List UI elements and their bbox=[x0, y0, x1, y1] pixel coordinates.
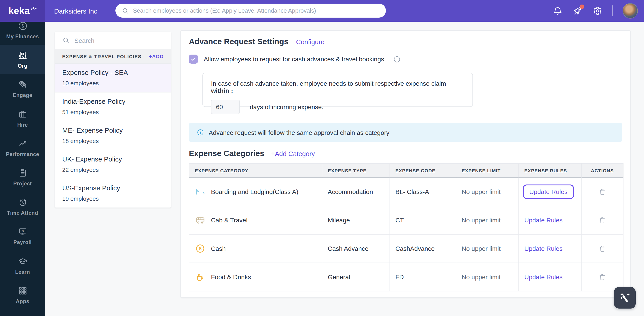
org-icon bbox=[17, 50, 28, 61]
hire-icon bbox=[17, 109, 28, 119]
allow-advance-label: Allow employees to request for cash adva… bbox=[204, 56, 386, 63]
payroll-icon: $ bbox=[17, 227, 28, 237]
ai-assistant-button[interactable] bbox=[614, 287, 636, 308]
magic-wand-icon bbox=[618, 291, 632, 304]
categories-title: Expense Categories bbox=[189, 149, 264, 158]
sidebar-item[interactable]: $ My Finances bbox=[0, 22, 45, 45]
policy-employee-count: 10 employees bbox=[62, 80, 164, 87]
svg-text:$: $ bbox=[22, 229, 24, 233]
policies-panel: EXPENSE & TRAVEL POLICIES +ADD Expense P… bbox=[54, 32, 171, 208]
update-rules-link[interactable]: Update Rules bbox=[524, 216, 563, 224]
allow-advance-checkbox[interactable] bbox=[189, 55, 198, 64]
topbar-divider bbox=[612, 6, 612, 16]
policy-list-item[interactable]: UK- Expense Policy 22 employees bbox=[55, 150, 171, 179]
add-policy-button[interactable]: +ADD bbox=[149, 54, 164, 59]
bell-icon[interactable] bbox=[552, 6, 562, 16]
banner-text: Advance request will follow the same app… bbox=[209, 129, 390, 136]
col-expense-limit: EXPENSE LIMIT bbox=[456, 163, 519, 178]
svg-text:$: $ bbox=[199, 246, 202, 251]
col-expense-type: EXPENSE TYPE bbox=[322, 163, 390, 178]
expense-limit-cell: No upper limit bbox=[462, 245, 501, 252]
gear-icon[interactable] bbox=[592, 6, 602, 16]
sidebar-item[interactable]: Engage bbox=[0, 74, 45, 104]
svg-text:$: $ bbox=[21, 24, 24, 29]
policy-list-item[interactable]: Expense Policy - SEA 10 employees bbox=[55, 64, 171, 93]
search-icon bbox=[62, 37, 70, 44]
expense-code-cell: FD bbox=[390, 263, 456, 291]
category-table-row: Food & Drinks General FD No upper limit … bbox=[189, 263, 622, 291]
learn-icon bbox=[17, 256, 28, 266]
policy-employee-count: 22 employees bbox=[62, 166, 164, 173]
rocket-icon[interactable] bbox=[572, 6, 582, 16]
sidebar-item[interactable]: Performance bbox=[0, 133, 45, 162]
category-table-row: Boarding and Lodging(Class A) Accommodat… bbox=[189, 178, 622, 206]
time-icon bbox=[17, 197, 28, 207]
policies-section-title: EXPENSE & TRAVEL POLICIES bbox=[62, 54, 142, 59]
sidebar-item[interactable]: Project bbox=[0, 162, 45, 192]
expense-type-cell: General bbox=[322, 263, 390, 291]
brand-text: keka bbox=[8, 6, 30, 16]
trash-icon[interactable] bbox=[598, 216, 606, 224]
engage-icon bbox=[17, 80, 28, 90]
categories-table: EXPENSE CATEGORY EXPENSE TYPE EXPENSE CO… bbox=[189, 163, 622, 291]
bed-icon bbox=[195, 186, 206, 197]
avatar[interactable] bbox=[622, 3, 638, 19]
expense-type-cell: Cash Advance bbox=[322, 235, 390, 263]
claim-period-box: In case of cash advance taken, employee … bbox=[202, 73, 473, 107]
expense-limit-cell: No upper limit bbox=[462, 216, 501, 224]
info-icon[interactable] bbox=[393, 55, 401, 63]
policy-name: UK- Expense Policy bbox=[62, 155, 164, 163]
notification-dot bbox=[580, 5, 584, 9]
trash-icon[interactable] bbox=[598, 187, 606, 196]
expense-code-cell: BL- Class-A bbox=[390, 178, 456, 206]
van-icon bbox=[195, 215, 206, 225]
expense-limit-cell: No upper limit bbox=[462, 273, 501, 280]
policies-search bbox=[55, 32, 171, 49]
category-name: Boarding and Lodging(Class A) bbox=[211, 188, 298, 195]
sidebar-item[interactable]: Learn bbox=[0, 251, 45, 280]
update-rules-link[interactable]: Update Rules bbox=[523, 184, 574, 199]
policy-list-item[interactable]: US-Expense Policy 19 employees bbox=[55, 179, 171, 207]
project-icon bbox=[17, 168, 28, 178]
update-rules-link[interactable]: Update Rules bbox=[524, 273, 563, 280]
expense-limit-cell: No upper limit bbox=[462, 188, 501, 195]
policy-name: India-Expense Policy bbox=[62, 97, 164, 105]
expense-code-cell: CT bbox=[390, 206, 456, 235]
policy-name: US-Expense Policy bbox=[62, 184, 164, 192]
category-name: Cab & Travel bbox=[211, 216, 248, 224]
days-suffix: days of incurring expense. bbox=[250, 103, 324, 111]
info-icon-blue bbox=[196, 129, 204, 136]
claim-text-bold: within : bbox=[211, 87, 233, 94]
global-search-input[interactable] bbox=[133, 7, 380, 14]
policy-list-item[interactable]: India-Expense Policy 51 employees bbox=[55, 93, 171, 121]
mug-icon bbox=[195, 271, 206, 282]
update-rules-link[interactable]: Update Rules bbox=[524, 245, 563, 252]
finance-icon: $ bbox=[17, 22, 28, 31]
days-input[interactable] bbox=[211, 100, 240, 114]
policy-list-item[interactable]: ME- Expense Policy 18 employees bbox=[55, 121, 171, 150]
company-name: Darksiders Inc bbox=[54, 7, 98, 15]
sidebar-item[interactable]: Hire bbox=[0, 104, 45, 133]
sidebar-item[interactable]: Apps bbox=[0, 280, 45, 309]
trash-icon[interactable] bbox=[598, 244, 606, 253]
check-icon bbox=[190, 56, 196, 62]
sidebar-item[interactable]: Org bbox=[0, 45, 45, 74]
col-expense-rules: EXPENSE RULES bbox=[519, 163, 582, 178]
content-area: EXPENSE & TRAVEL POLICIES +ADD Expense P… bbox=[45, 22, 644, 316]
apps-icon bbox=[17, 285, 28, 296]
category-table-row: $ Cash Cash Advance CashAdvance No upper… bbox=[189, 235, 622, 263]
sidebar: $ My Finances Org Engage Hire Performanc… bbox=[0, 22, 45, 316]
keka-logo[interactable]: keka bbox=[0, 0, 45, 22]
policy-name: Expense Policy - SEA bbox=[62, 69, 164, 76]
sidebar-item[interactable]: $ Payroll bbox=[0, 221, 45, 251]
configure-link[interactable]: Configure bbox=[296, 38, 324, 46]
add-category-link[interactable]: +Add Category bbox=[271, 150, 315, 157]
approval-info-banner: Advance request will follow the same app… bbox=[189, 123, 622, 142]
col-actions: ACTIONS bbox=[582, 163, 624, 178]
sidebar-item[interactable]: Time Attend bbox=[0, 192, 45, 221]
trash-icon[interactable] bbox=[598, 273, 606, 281]
claim-text: In case of cash advance taken, employee … bbox=[211, 80, 446, 87]
global-search bbox=[116, 4, 386, 18]
policies-search-input[interactable] bbox=[74, 37, 164, 44]
logo-sparkle-icon bbox=[30, 5, 37, 11]
